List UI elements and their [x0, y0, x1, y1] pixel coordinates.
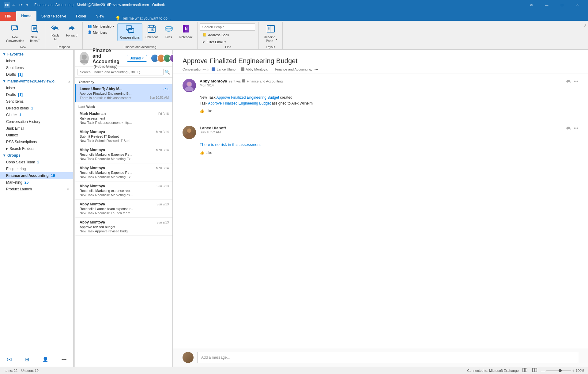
forward-button[interactable]: Forward	[64, 23, 80, 39]
undo-btn[interactable]: ↩	[11, 3, 17, 7]
sidebar-item-clutter[interactable]: Clutter 1	[0, 112, 73, 118]
more-msg-1-icon[interactable]: •••	[574, 79, 578, 85]
maximize-btn[interactable]: □	[555, 0, 569, 10]
tab-send-receive[interactable]: Send / Receive	[36, 12, 71, 21]
group-name: Finance and Accounting	[92, 48, 119, 64]
calendar-button[interactable]: 15 Calendar	[143, 23, 160, 40]
people-nav-btn[interactable]: 👤	[40, 354, 51, 365]
more-participants-icon[interactable]: •••	[315, 67, 318, 71]
task-link-2[interactable]: Approve Finalized Engineering Budget	[208, 101, 271, 105]
filter-email-button[interactable]: ⊳ Filter Email ▾	[200, 39, 228, 45]
sidebar-item-engineering[interactable]: Engineering	[0, 166, 73, 172]
sidebar-item-rss[interactable]: RSS Subscriptions	[0, 139, 73, 145]
message-item-7[interactable]: Abby Montoya Sun 9/13 Reconcile Launch t…	[75, 200, 172, 218]
reading-msg-1-meta: Abby Montoya sent via Finance and Accoun…	[200, 79, 562, 87]
reading-view-btn[interactable]	[531, 367, 538, 374]
sidebar-item-deleted[interactable]: Deleted Items 1	[0, 105, 73, 112]
filter-dropdown-icon: ▾	[224, 40, 226, 44]
sidebar-item-marketing[interactable]: Marketing 25	[0, 179, 73, 186]
sidebar-item-product-launch[interactable]: Product Launch ▼	[0, 186, 73, 193]
ribbon-collapse-btn[interactable]: ∧	[584, 23, 587, 28]
sidebar-item-coho[interactable]: Coho Sales Team 2	[0, 159, 73, 166]
sidebar-item-sent-account[interactable]: Sent Items	[0, 98, 73, 105]
statusbar-right: Connected to: Microsoft Exchange — + 100…	[467, 367, 584, 374]
like-button-1[interactable]: 👍 Like	[200, 109, 578, 113]
participant-group: Finance and Accounting;	[271, 67, 312, 71]
files-icon	[164, 25, 173, 35]
zoom-slider-thumb[interactable]	[559, 369, 562, 372]
account-header[interactable]: ▼ markh@office2016review.o... ▲	[0, 78, 73, 85]
message-1-date: Sun 10:52 AM	[149, 96, 169, 100]
sidebar-item-sent-fav[interactable]: Sent Items	[0, 64, 73, 71]
sidebar-item-outbox[interactable]: Outbox	[0, 132, 73, 139]
new-items-button[interactable]: NewItems ▾	[27, 23, 43, 44]
more-msg-2-icon[interactable]: •••	[574, 126, 578, 132]
tab-file[interactable]: File	[0, 12, 16, 21]
files-button[interactable]: Files	[161, 23, 176, 40]
tell-me-area[interactable]: 💡	[115, 16, 171, 21]
message-7-date: Sun 9/13	[156, 203, 169, 206]
reply-msg-1-icon[interactable]	[566, 79, 571, 85]
membership-button[interactable]: 👥 Membership ▾	[85, 23, 117, 29]
tab-home[interactable]: Home	[16, 11, 36, 21]
address-book-label: Address Book	[208, 33, 229, 37]
like-button-2[interactable]: 👍 Like	[200, 151, 578, 155]
groups-header[interactable]: ▼ Groups	[0, 152, 73, 159]
message-6-header: Abby Montoya Sun 9/13	[80, 184, 169, 188]
close-btn[interactable]: ✕	[570, 0, 584, 10]
redo-btn[interactable]: ⟳	[18, 3, 24, 7]
reading-pane-button[interactable]: ReadingPane ▾	[261, 23, 280, 44]
notebook-button[interactable]: N Notebook	[177, 23, 195, 40]
sidebar-item-inbox-fav[interactable]: Inbox	[0, 58, 73, 64]
zoom-out-btn[interactable]: —	[541, 368, 545, 373]
zoom-slider[interactable]	[546, 370, 571, 371]
address-book-button[interactable]: 📒 Address Book	[200, 32, 231, 38]
message-search-input[interactable]	[77, 69, 164, 75]
minimize-btn[interactable]: —	[540, 0, 554, 10]
new-conversation-button[interactable]: NewConversation	[4, 23, 27, 44]
favorites-header[interactable]: ▼ Favorites	[0, 51, 73, 58]
members-button[interactable]: 👤 Members	[85, 29, 117, 35]
task-link-1[interactable]: Approve Finalized Engineering Budget	[216, 95, 279, 100]
message-item-4[interactable]: Abby Montoya Mon 9/14 Reconcile Marketin…	[75, 145, 172, 163]
sent-fav-label: Sent Items	[6, 66, 24, 70]
message-item-2[interactable]: Mark Hachman Fri 9/18 Risk assessment Ne…	[75, 109, 172, 127]
tell-me-input[interactable]	[122, 16, 171, 21]
quick-access-dropdown[interactable]: ▾	[25, 3, 29, 7]
sidebar-item-inbox-account[interactable]: Inbox	[0, 85, 73, 91]
message-2-date: Fri 9/18	[158, 112, 169, 116]
message-item-5[interactable]: Abby Montoya Mon 9/14 Reconcile Marketin…	[75, 163, 172, 181]
message-item-8[interactable]: Abby Montoya Sun 9/13 Approve revised bu…	[75, 218, 172, 236]
normal-view-btn[interactable]	[521, 367, 529, 374]
reply-msg-2-icon[interactable]	[566, 126, 571, 132]
ribbon-group-respond: ReplyAll Forward Respond	[45, 22, 83, 49]
search-people-field[interactable]	[200, 23, 255, 31]
message-item-6[interactable]: Abby Montoya Sun 9/13 Reconcile Marketin…	[75, 181, 172, 200]
joined-button[interactable]: Joined ▾	[127, 55, 147, 62]
reply-all-button[interactable]: ReplyAll	[48, 23, 63, 42]
sidebar-item-search-folders[interactable]: ▶ Search Folders	[0, 145, 73, 152]
tab-view[interactable]: View	[91, 12, 109, 21]
message-search-icon[interactable]: 🔍	[165, 70, 170, 74]
sidebar-item-finance[interactable]: Finance and Accounting 19	[0, 172, 73, 179]
sidebar-item-junk[interactable]: Junk Email	[0, 125, 73, 132]
sidebar-item-conv-history[interactable]: Conversation History	[0, 118, 73, 125]
restore-down-btn[interactable]: ⧉	[524, 0, 538, 10]
forward-label: Forward	[66, 34, 77, 37]
conversations-button[interactable]: Conversations	[117, 23, 142, 41]
svg-rect-37	[535, 368, 537, 372]
calendar-nav-btn[interactable]: ⊞	[23, 354, 32, 365]
account-label: markh@office2016review.o...	[7, 79, 58, 83]
mail-nav-btn[interactable]: ✉	[4, 353, 14, 366]
sidebar-item-drafts-account[interactable]: Drafts [1]	[0, 91, 73, 98]
message-item-1[interactable]: Lance Ulanoff; Abby M... ↩ 1 Approve Fin…	[75, 84, 172, 102]
sidebar-item-drafts-fav[interactable]: Drafts [1]	[0, 71, 73, 78]
sidebar-scroll-down: ▼	[66, 188, 70, 191]
compose-input-field[interactable]: Add a message...	[197, 352, 578, 363]
search-people-input[interactable]	[202, 25, 253, 29]
tab-folder[interactable]: Folder	[71, 12, 91, 21]
zoom-in-btn[interactable]: +	[572, 368, 575, 373]
message-item-3[interactable]: Abby Montoya Mon 9/14 Submit Revised IT …	[75, 127, 172, 145]
more-nav-btn[interactable]: •••	[59, 354, 69, 365]
calendar-label: Calendar	[145, 36, 158, 39]
